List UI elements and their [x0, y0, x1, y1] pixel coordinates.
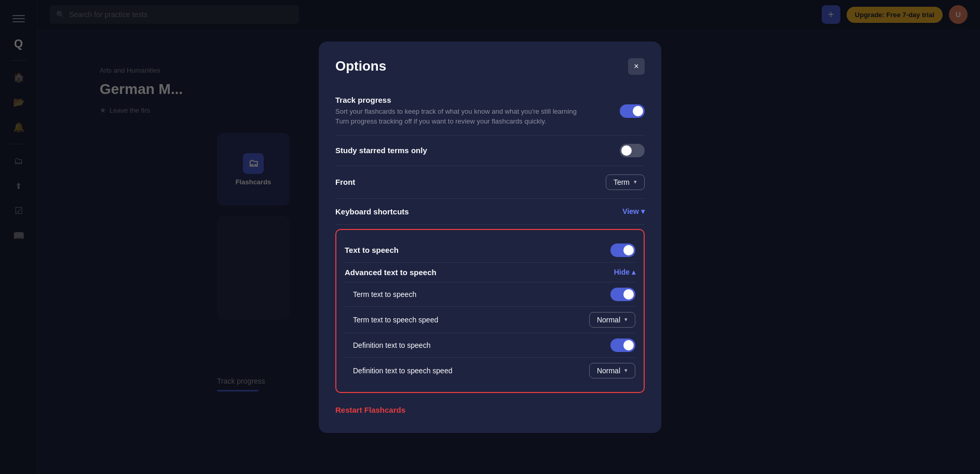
close-button[interactable]: Restart Flashcards × [628, 58, 645, 75]
track-progress-row: Track progress Sort your flashcards to k… [335, 87, 645, 136]
toggle-knob-tts [623, 245, 634, 255]
chevron-up-icon: ▴ [632, 268, 635, 276]
restart-flashcards-button[interactable]: Restart Flashcards [335, 397, 405, 416]
toggle-knob [633, 106, 643, 116]
toggle-knob-term-tts [623, 289, 634, 300]
front-row: Front Term ▾ [335, 166, 645, 199]
tts-main-row: Text to speech [345, 238, 635, 263]
term-tts-label: Term text to speech [353, 290, 416, 299]
modal-title: Options [335, 58, 386, 74]
def-tts-speed-label: Definition text to speech speed [353, 367, 452, 375]
study-starred-label: Study starred terms only [335, 146, 427, 155]
def-tts-toggle[interactable] [610, 338, 635, 352]
toggle-knob-def-tts [623, 340, 634, 350]
modal-header: Options Restart Flashcards × [335, 58, 645, 75]
hide-link[interactable]: Hide ▴ [614, 268, 635, 276]
term-speed-value: Normal [597, 316, 620, 324]
front-label: Front [335, 178, 355, 186]
chevron-down-icon-3: ▾ [624, 316, 628, 323]
tts-section: Text to speech Advanced text to speech H… [335, 229, 645, 393]
term-tts-speed-row: Term text to speech speed Normal ▾ [345, 307, 635, 333]
keyboard-shortcuts-row: Keyboard shortcuts View ▾ [335, 199, 645, 225]
def-speed-value: Normal [597, 367, 620, 375]
front-dropdown-label: Term [614, 178, 630, 186]
track-progress-toggle[interactable] [620, 104, 645, 118]
term-tts-toggle[interactable] [610, 288, 635, 301]
track-progress-label: Track progress [335, 96, 584, 104]
tts-toggle[interactable] [610, 243, 635, 257]
def-speed-dropdown[interactable]: Normal ▾ [589, 363, 635, 378]
advanced-tts-row: Advanced text to speech Hide ▴ [345, 263, 635, 282]
def-tts-speed-row: Definition text to speech speed Normal ▾ [345, 358, 635, 384]
front-dropdown[interactable]: Term ▾ [606, 174, 645, 190]
track-progress-desc: Sort your flashcards to keep track of wh… [335, 106, 584, 127]
study-starred-toggle[interactable] [620, 144, 645, 157]
track-progress-info: Track progress Sort your flashcards to k… [335, 96, 584, 127]
advanced-tts-label: Advanced text to speech [345, 268, 437, 277]
term-tts-row: Term text to speech [345, 282, 635, 307]
chevron-down-icon-4: ▾ [624, 367, 628, 374]
view-link[interactable]: View ▾ [622, 207, 645, 215]
chevron-down-icon-2: ▾ [641, 207, 645, 215]
chevron-down-icon: ▾ [634, 179, 637, 185]
options-modal: Options Restart Flashcards × Track progr… [319, 42, 661, 433]
term-tts-speed-label: Term text to speech speed [353, 316, 438, 324]
tts-label: Text to speech [345, 246, 399, 254]
term-speed-dropdown[interactable]: Normal ▾ [589, 312, 635, 328]
toggle-knob-2 [621, 145, 632, 156]
def-tts-row: Definition text to speech [345, 333, 635, 358]
def-tts-label: Definition text to speech [353, 341, 430, 349]
keyboard-shortcuts-label: Keyboard shortcuts [335, 207, 409, 216]
study-starred-row: Study starred terms only [335, 136, 645, 166]
